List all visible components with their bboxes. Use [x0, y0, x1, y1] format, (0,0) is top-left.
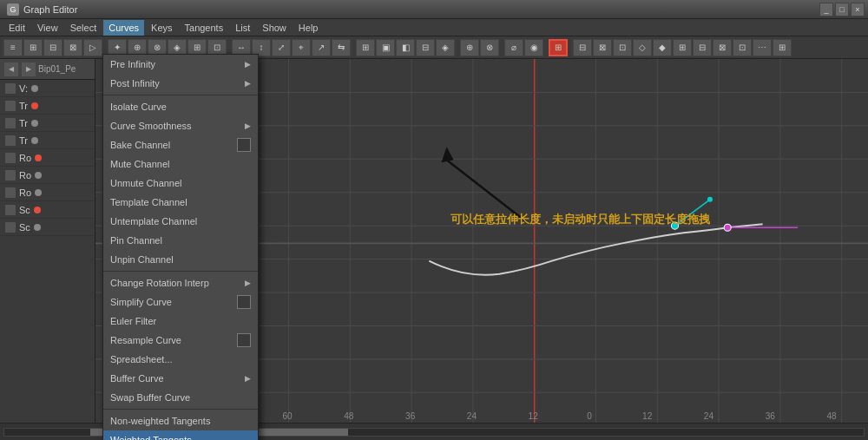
item-label: V: — [19, 83, 28, 94]
toolbar-btn-17[interactable]: ⇆ — [332, 39, 351, 56]
menu-item-non-weighted-tangents[interactable]: Non-weighted Tangents — [103, 411, 258, 430]
list-item[interactable]: Ro — [0, 167, 95, 184]
toolbar-btn-1[interactable]: ≡ — [3, 39, 23, 56]
toolbar-btn-32[interactable]: ⊞ — [673, 39, 692, 56]
menu-item-weighted-tangents[interactable]: Weighted Tangents — [103, 430, 258, 440]
list-item[interactable]: Tr — [0, 115, 95, 132]
menu-item-unmute-channel[interactable]: Unmute Channel — [103, 174, 258, 193]
titlebar-title: Graph Editor — [23, 4, 77, 15]
menu-item-template-channel[interactable]: Template Channel — [103, 193, 258, 212]
checkbox-icon — [237, 295, 251, 309]
menu-item-unpin-channel[interactable]: Unpin Channel — [103, 250, 258, 269]
toolbar-btn-25[interactable]: ⌀ — [504, 39, 523, 56]
menu-item-resample-curve[interactable]: Resample Curve — [103, 331, 258, 350]
menu-item-isolate-curve[interactable]: Isolate Curve — [103, 97, 258, 116]
list-item[interactable]: Sc — [0, 201, 95, 219]
list-item[interactable]: Ro — [0, 149, 95, 167]
toolbar-btn-27[interactable]: ⊟ — [573, 39, 592, 56]
menu-item-post-infinity[interactable]: Post Infinity ▶ — [103, 74, 258, 93]
list-item[interactable]: V: — [0, 80, 95, 97]
menu-help[interactable]: Help — [293, 20, 324, 36]
menu-item-label: Spreadsheet... — [110, 354, 173, 364]
menu-item-untemplate-channel[interactable]: Untemplate Channel — [103, 212, 258, 231]
toolbar-btn-26[interactable]: ◉ — [524, 39, 543, 56]
toolbar-btn-20[interactable]: ◧ — [396, 39, 415, 56]
toolbar-btn-2[interactable]: ⊞ — [23, 39, 43, 56]
list-item[interactable]: Tr — [0, 97, 95, 115]
toolbar-btn-14[interactable]: ⤢ — [272, 39, 291, 56]
toolbar-btn-28[interactable]: ⊠ — [593, 39, 612, 56]
menu-item-simplify-curve[interactable]: Simplify Curve — [103, 292, 258, 312]
item-label: Tr — [19, 101, 28, 111]
toolbar-btn-29[interactable]: ⊡ — [613, 39, 632, 56]
maximize-button[interactable]: □ — [835, 3, 849, 16]
toolbar-btn-22[interactable]: ◈ — [436, 39, 455, 56]
menu-item-swap-buffer-curve[interactable]: Swap Buffer Curve — [103, 388, 258, 407]
svg-text:48: 48 — [826, 411, 837, 421]
toolbar-btn-5[interactable]: ▷ — [83, 39, 102, 56]
list-item[interactable]: Sc — [0, 219, 95, 236]
menu-select[interactable]: Select — [65, 20, 102, 36]
item-label: Ro — [19, 170, 31, 181]
submenu-arrow-icon: ▶ — [245, 121, 251, 130]
color-indicator — [35, 172, 42, 179]
curves-dropdown-menu: Pre Infinity ▶ Post Infinity ▶ Isolate C… — [102, 54, 259, 440]
menu-list[interactable]: List — [230, 20, 255, 36]
menu-curves[interactable]: Curves — [103, 20, 144, 36]
toolbar-btn-16[interactable]: ↗ — [312, 39, 331, 56]
menu-item-pre-infinity[interactable]: Pre Infinity ▶ — [103, 55, 258, 74]
menu-tangents[interactable]: Tangents — [180, 20, 229, 36]
menu-item-buffer-curve[interactable]: Buffer Curve ▶ — [103, 369, 258, 388]
toolbar-btn-15[interactable]: ⌖ — [292, 39, 311, 56]
toolbar-btn-31[interactable]: ◆ — [653, 39, 672, 56]
toolbar-btn-34[interactable]: ⊠ — [713, 39, 732, 56]
color-indicator — [35, 189, 42, 196]
list-item[interactable]: Ro — [0, 184, 95, 201]
toolbar-btn-35[interactable]: ⊡ — [733, 39, 752, 56]
titlebar: G Graph Editor _ □ × — [0, 0, 868, 19]
color-indicator — [31, 102, 38, 109]
toolbar-btn-18[interactable]: ⊞ — [356, 39, 375, 56]
menu-item-spreadsheet[interactable]: Spreadsheet... — [103, 350, 258, 369]
list-item[interactable]: Tr — [0, 132, 95, 149]
close-button[interactable]: × — [851, 3, 865, 16]
toolbar-btn-19[interactable]: ▣ — [376, 39, 395, 56]
toolbar-btn-highlighted[interactable]: ⊞ — [549, 39, 568, 56]
dropdown-overlay: Pre Infinity ▶ Post Infinity ▶ Isolate C… — [102, 54, 259, 440]
left-panel-title: Bip01_Pe — [38, 64, 91, 74]
svg-text:36: 36 — [766, 411, 776, 421]
lp-btn-1[interactable]: ◀ — [3, 62, 19, 77]
toolbar-btn-30[interactable]: ◇ — [633, 39, 652, 56]
menu-view[interactable]: View — [32, 20, 63, 36]
menu-item-pin-channel[interactable]: Pin Channel — [103, 231, 258, 250]
lp-btn-2[interactable]: ▶ — [21, 62, 36, 77]
menu-item-euler-filter[interactable]: Euler Filter — [103, 312, 258, 331]
color-indicator — [31, 120, 38, 127]
toolbar-btn-36[interactable]: ⋯ — [753, 39, 772, 56]
titlebar-controls[interactable]: _ □ × — [819, 3, 865, 16]
svg-text:12: 12 — [642, 411, 653, 421]
toolbar-btn-37[interactable]: ⊞ — [773, 39, 792, 56]
menu-item-label: Template Channel — [110, 197, 187, 207]
menu-item-curve-smoothness[interactable]: Curve Smoothness ▶ — [103, 116, 258, 135]
menu-keys[interactable]: Keys — [146, 20, 177, 36]
color-indicator — [31, 137, 38, 144]
toolbar-btn-24[interactable]: ⊗ — [480, 39, 499, 56]
menu-item-mute-channel[interactable]: Mute Channel — [103, 154, 258, 174]
menu-item-bake-channel[interactable]: Bake Channel — [103, 135, 258, 154]
toolbar-btn-21[interactable]: ⊟ — [416, 39, 435, 56]
minimize-button[interactable]: _ — [819, 3, 833, 16]
toolbar-btn-3[interactable]: ⊟ — [43, 39, 62, 56]
menu-item-change-rotation-interp[interactable]: Change Rotation Interp ▶ — [103, 273, 258, 292]
checkbox-icon — [237, 138, 251, 152]
menu-edit[interactable]: Edit — [3, 20, 30, 36]
menu-item-label: Unpin Channel — [110, 254, 174, 265]
svg-text:36: 36 — [405, 411, 416, 421]
toolbar-btn-33[interactable]: ⊟ — [693, 39, 712, 56]
toolbar-btn-4[interactable]: ⊠ — [63, 39, 82, 56]
toolbar-btn-23[interactable]: ⊕ — [460, 39, 479, 56]
item-icon — [5, 170, 16, 181]
svg-text:24: 24 — [704, 411, 714, 421]
menu-show[interactable]: Show — [257, 20, 292, 36]
menu-item-label: Pre Infinity — [110, 59, 155, 69]
